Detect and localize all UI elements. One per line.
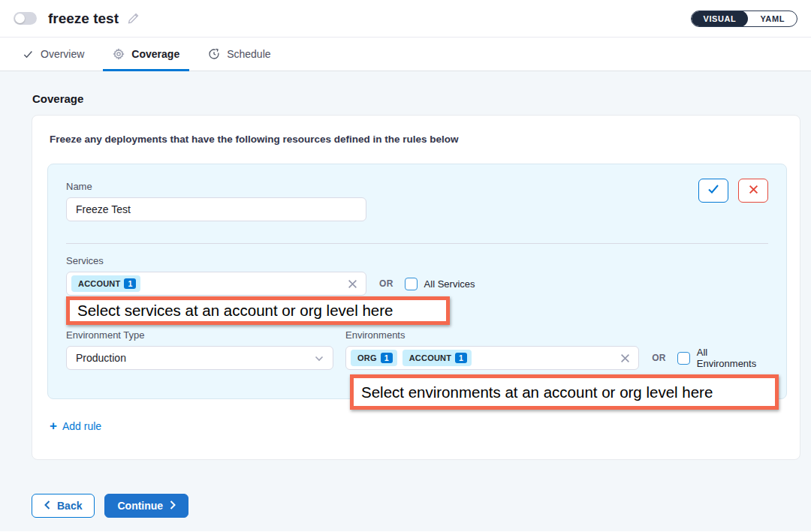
rule-edit-actions — [698, 179, 768, 203]
all-environments-label: All Environments — [697, 347, 768, 369]
tag-count-badge: 1 — [455, 353, 467, 364]
tab-schedule[interactable]: Schedule — [208, 38, 270, 71]
tab-overview-label: Overview — [41, 48, 84, 60]
tag-count-badge: 1 — [124, 278, 136, 290]
chevron-left-icon — [44, 500, 50, 512]
coverage-panel: Freeze any deployments that have the fol… — [32, 115, 800, 460]
environment-scope-tag[interactable]: ACCOUNT 1 — [402, 350, 472, 366]
environments-tags: ORG 1 ACCOUNT 1 — [351, 350, 620, 366]
add-rule-label: Add rule — [62, 420, 101, 432]
services-annotation-text: Select services at an account or org lev… — [77, 302, 393, 320]
continue-label: Continue — [117, 500, 163, 512]
freeze-enabled-toggle[interactable] — [14, 12, 37, 25]
services-or-label: OR — [379, 278, 393, 289]
x-icon — [749, 184, 758, 197]
services-tags: ACCOUNT 1 — [71, 275, 348, 292]
environments-multiselect[interactable]: ORG 1 ACCOUNT 1 — [345, 346, 639, 370]
tab-coverage-label: Coverage — [131, 48, 179, 60]
schedule-clock-icon — [208, 48, 220, 60]
check-icon — [23, 49, 34, 60]
tab-schedule-label: Schedule — [227, 48, 270, 60]
environment-scope-tag[interactable]: ORG 1 — [351, 350, 397, 366]
environments-row-inner: ORG 1 ACCOUNT 1 — [345, 346, 768, 370]
tag-text: ACCOUNT — [78, 279, 120, 288]
continue-button[interactable]: Continue — [104, 494, 188, 518]
environments-field: Environments ORG 1 ACCOUNT 1 — [345, 329, 768, 370]
section-title: Coverage — [32, 92, 800, 105]
delete-rule-button[interactable] — [738, 179, 768, 203]
all-environments-checkbox[interactable] — [677, 352, 690, 365]
service-scope-tag[interactable]: ACCOUNT 1 — [71, 275, 140, 292]
tab-coverage[interactable]: Coverage — [113, 38, 179, 71]
environment-type-label: Environment Type — [66, 329, 333, 341]
environment-type-select[interactable]: Production — [66, 346, 333, 370]
visual-toggle-button[interactable]: VISUAL — [692, 11, 749, 27]
back-label: Back — [57, 500, 82, 512]
visual-yaml-switch: VISUAL YAML — [691, 11, 798, 27]
name-label: Name — [66, 181, 768, 192]
freeze-rule-card: Name — [47, 164, 787, 399]
confirm-rule-button[interactable] — [698, 179, 728, 203]
tab-overview[interactable]: Overview — [23, 38, 84, 71]
gear-icon — [113, 48, 125, 60]
tab-bar: Overview Coverage Schedule — [0, 38, 811, 71]
all-services-checkbox[interactable] — [405, 278, 418, 290]
all-services-label: All Services — [424, 278, 475, 290]
yaml-toggle-button[interactable]: YAML — [748, 11, 797, 27]
chevron-right-icon — [170, 500, 176, 512]
services-row: ACCOUNT 1 OR All Services — [66, 272, 768, 296]
tag-text: ACCOUNT — [409, 353, 451, 362]
environment-row: Environment Type Production Environments — [66, 329, 768, 370]
environments-or-label: OR — [652, 353, 666, 363]
clear-services-icon[interactable] — [348, 279, 357, 289]
footer-actions: Back Continue — [32, 494, 800, 518]
environment-type-field: Environment Type Production — [66, 329, 333, 370]
check-icon — [707, 184, 719, 197]
coverage-page: Coverage Freeze any deployments that hav… — [0, 71, 811, 531]
environments-annotation-text: Select environments at an account or org… — [361, 383, 713, 401]
clear-environments-icon[interactable] — [620, 353, 630, 363]
services-multiselect[interactable]: ACCOUNT 1 — [66, 272, 366, 296]
add-rule-button[interactable]: + Add rule — [50, 419, 101, 432]
chevron-down-icon — [315, 352, 324, 364]
tag-count-badge: 1 — [381, 353, 393, 364]
services-label: Services — [66, 255, 768, 266]
panel-intro-text: Freeze any deployments that have the fol… — [50, 134, 787, 145]
back-button[interactable]: Back — [32, 494, 95, 518]
card-divider — [66, 243, 768, 244]
environments-label: Environments — [345, 329, 768, 341]
environments-annotation-box: Select environments at an account or org… — [350, 374, 779, 410]
page-title: freeze test — [48, 11, 119, 27]
services-annotation-box: Select services at an account or org lev… — [66, 296, 450, 325]
edit-pencil-icon[interactable] — [127, 12, 140, 25]
toggle-knob — [15, 14, 25, 23]
environment-type-value: Production — [76, 352, 315, 364]
header-bar: freeze test VISUAL YAML — [0, 0, 811, 38]
tag-text: ORG — [357, 353, 377, 362]
rule-name-input[interactable] — [66, 197, 366, 221]
plus-icon: + — [50, 419, 57, 432]
